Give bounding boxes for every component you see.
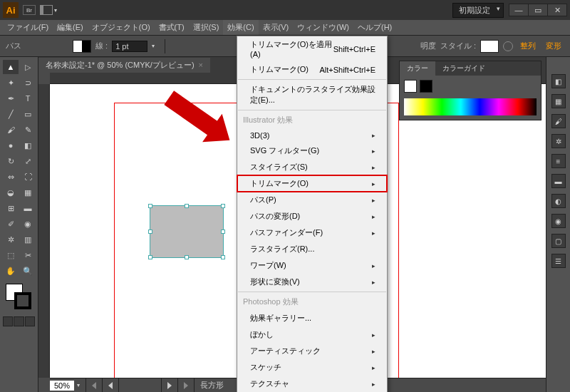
menu-view[interactable]: 表示(V) bbox=[259, 20, 294, 35]
menu-file[interactable]: ファイル(F) bbox=[3, 20, 53, 35]
menu-effect-gallery[interactable]: 効果ギャラリー... bbox=[237, 310, 387, 326]
fill-swatch-icon[interactable] bbox=[404, 80, 417, 93]
next-artboard-icon[interactable] bbox=[184, 382, 188, 389]
symbols-panel-icon[interactable]: ✲ bbox=[551, 134, 566, 148]
menu-window[interactable]: ウィンドウ(W) bbox=[293, 20, 353, 35]
tab-color-guide[interactable]: カラーガイド bbox=[435, 61, 492, 76]
hand-tool[interactable]: ✋ bbox=[3, 264, 19, 278]
pen-tool[interactable]: ✒ bbox=[3, 91, 19, 105]
document-tab[interactable]: 名称未設定-1* @ 50% (CMYK/プレビュー) × bbox=[38, 58, 210, 73]
resize-handle[interactable] bbox=[148, 255, 152, 259]
chevron-down-icon[interactable]: ▾ bbox=[77, 382, 80, 388]
zoom-tool[interactable]: 🔍 bbox=[20, 264, 36, 278]
artboard-tool[interactable]: ⬚ bbox=[3, 248, 19, 262]
menu-select[interactable]: 選択(S) bbox=[189, 20, 224, 35]
brush-tool[interactable]: 🖌 bbox=[3, 123, 19, 137]
stroke-weight-input[interactable]: 1 pt bbox=[112, 41, 147, 52]
layout-icon[interactable] bbox=[40, 5, 53, 15]
menu-help[interactable]: ヘルプ(H) bbox=[353, 20, 396, 35]
menu-convert-to-shape[interactable]: 形状に変換(V)▸ bbox=[237, 274, 387, 290]
selection-tool[interactable]: ▲ bbox=[3, 60, 19, 74]
menu-edit[interactable]: 編集(E) bbox=[53, 20, 88, 35]
swatches-panel-icon[interactable]: ▦ bbox=[551, 94, 566, 108]
appearance-panel-icon[interactable]: ◉ bbox=[551, 214, 566, 228]
menu-distort-transform[interactable]: パスの変形(D)▸ bbox=[237, 208, 387, 225]
menu-apply-last-effect[interactable]: トリムマーク(O)を適用(A)Shift+Ctrl+E bbox=[237, 36, 387, 61]
menu-svg-filters[interactable]: SVG フィルター(G)▸ bbox=[237, 143, 387, 159]
stroke-swatch-icon[interactable] bbox=[14, 292, 31, 309]
scale-tool[interactable]: ⤢ bbox=[20, 154, 36, 168]
gradient-tool[interactable]: ▬ bbox=[20, 201, 36, 215]
line-tool[interactable]: ╱ bbox=[3, 107, 19, 121]
color-panel[interactable]: カラー カラーガイド bbox=[399, 61, 542, 120]
type-tool[interactable]: T bbox=[20, 91, 36, 105]
transparency-panel-icon[interactable]: ◐ bbox=[551, 194, 566, 208]
magic-wand-tool[interactable]: ✦ bbox=[3, 76, 19, 90]
slice-tool[interactable]: ✂ bbox=[20, 248, 36, 262]
resize-handle[interactable] bbox=[185, 204, 189, 208]
fill-stroke-swatch[interactable] bbox=[73, 40, 91, 53]
chevron-down-icon[interactable]: ▾ bbox=[152, 43, 155, 49]
recolor-icon[interactable] bbox=[503, 41, 513, 51]
style-swatch[interactable] bbox=[480, 40, 499, 53]
free-transform-tool[interactable]: ⛶ bbox=[20, 170, 36, 184]
close-tab-icon[interactable]: × bbox=[199, 61, 203, 69]
zoom-field[interactable]: 50% bbox=[50, 381, 74, 391]
menu-texture[interactable]: テクスチャ▸ bbox=[237, 376, 387, 392]
gradient-panel-icon[interactable]: ▬ bbox=[551, 174, 566, 188]
blob-brush-tool[interactable]: ● bbox=[3, 138, 19, 153]
gradient-mode-button[interactable] bbox=[14, 316, 24, 326]
selected-rectangle[interactable] bbox=[150, 205, 224, 258]
bridge-icon[interactable]: Br bbox=[23, 5, 36, 15]
menu-blur[interactable]: ぼかし▸ bbox=[237, 326, 387, 343]
brushes-panel-icon[interactable]: 🖌 bbox=[551, 114, 566, 128]
direct-selection-tool[interactable]: ▷ bbox=[20, 60, 36, 74]
width-tool[interactable]: ⇔ bbox=[3, 170, 19, 184]
graphic-styles-panel-icon[interactable]: ▢ bbox=[551, 234, 566, 248]
menu-path[interactable]: パス(P)▸ bbox=[237, 192, 387, 208]
symbol-sprayer-tool[interactable]: ✲ bbox=[3, 232, 19, 247]
stroke-panel-icon[interactable]: ≡ bbox=[551, 154, 566, 168]
lasso-tool[interactable]: ⊃ bbox=[20, 76, 36, 90]
layers-panel-icon[interactable]: ☰ bbox=[551, 254, 566, 268]
shape-builder-tool[interactable]: ◒ bbox=[3, 185, 19, 200]
resize-handle[interactable] bbox=[221, 229, 225, 234]
graph-tool[interactable]: ▥ bbox=[20, 232, 36, 247]
rotate-tool[interactable]: ↻ bbox=[3, 154, 19, 168]
prev-artboard-icon[interactable] bbox=[92, 382, 96, 389]
menu-artistic[interactable]: アーティスティック▸ bbox=[237, 343, 387, 359]
fill-stroke-control[interactable] bbox=[3, 284, 35, 312]
resize-handle[interactable] bbox=[221, 255, 225, 259]
menu-sketch[interactable]: スケッチ▸ bbox=[237, 359, 387, 376]
color-spectrum[interactable] bbox=[404, 98, 537, 115]
menu-trim-marks[interactable]: トリムマーク(O)▸ bbox=[237, 175, 387, 192]
menu-type[interactable]: 書式(T) bbox=[155, 20, 189, 35]
chevron-down-icon[interactable]: ▾ bbox=[54, 7, 57, 14]
menu-rasterize[interactable]: ラスタライズ(R)... bbox=[237, 241, 387, 257]
close-button[interactable]: ✕ bbox=[547, 4, 567, 16]
pencil-tool[interactable]: ✎ bbox=[20, 123, 36, 137]
rectangle-tool[interactable]: ▭ bbox=[20, 107, 36, 121]
minimize-button[interactable]: — bbox=[509, 4, 529, 16]
resize-handle[interactable] bbox=[148, 204, 152, 208]
align-button[interactable]: 整列 bbox=[517, 41, 539, 51]
workspace-selector[interactable]: 初期設定 bbox=[452, 3, 504, 18]
next-icon[interactable] bbox=[167, 382, 172, 389]
menu-rasterize-settings[interactable]: ドキュメントのラスタライズ効果設定(E)... bbox=[237, 81, 387, 108]
menu-last-effect[interactable]: トリムマーク(O)Alt+Shift+Ctrl+E bbox=[237, 61, 387, 78]
prev-icon[interactable] bbox=[108, 382, 113, 389]
menu-warp[interactable]: ワープ(W)▸ bbox=[237, 257, 387, 274]
menu-stylize[interactable]: スタイライズ(S)▸ bbox=[237, 159, 387, 175]
transform-button[interactable]: 変形 bbox=[543, 41, 564, 51]
eyedropper-tool[interactable]: ✐ bbox=[3, 217, 19, 231]
resize-handle[interactable] bbox=[148, 229, 152, 234]
color-mode-button[interactable] bbox=[3, 316, 13, 326]
eraser-tool[interactable]: ◧ bbox=[20, 138, 36, 153]
mesh-tool[interactable]: ⊞ bbox=[3, 201, 19, 215]
menu-effect[interactable]: 効果(C) bbox=[223, 20, 258, 35]
menu-object[interactable]: オブジェクト(O) bbox=[88, 20, 155, 35]
color-panel-icon[interactable]: ◧ bbox=[551, 74, 566, 88]
resize-handle[interactable] bbox=[221, 204, 225, 208]
menu-3d[interactable]: 3D(3)▸ bbox=[237, 128, 387, 143]
blend-tool[interactable]: ◉ bbox=[20, 217, 36, 231]
